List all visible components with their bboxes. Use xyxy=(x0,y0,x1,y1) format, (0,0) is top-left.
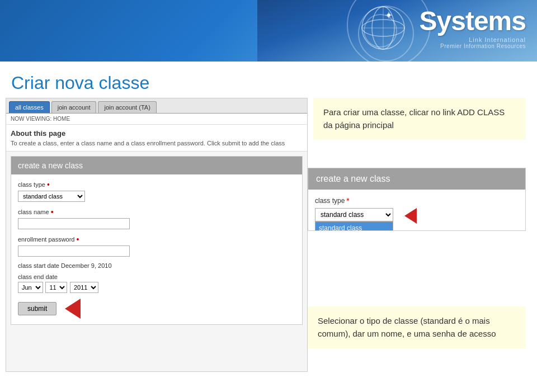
globe-icon xyxy=(358,3,408,55)
right-class-type-select[interactable]: standard class master class xyxy=(315,208,393,221)
about-text: To create a class, enter a class name an… xyxy=(11,140,303,147)
enrollment-label: enrollment password • xyxy=(18,235,295,244)
page-title: Criar nova classe xyxy=(11,73,149,93)
submit-row: submit xyxy=(18,299,295,319)
class-type-dropdown[interactable]: standard class master class standard cla… xyxy=(315,208,393,221)
required-indicator-2: • xyxy=(51,207,54,216)
end-date-label: class end date xyxy=(18,273,295,280)
class-type-row: class type • standard class master class xyxy=(18,180,295,202)
right-create-header: create a new class xyxy=(308,168,525,190)
class-type-label: class type • xyxy=(18,180,295,189)
premier-text: Premier Information Resources xyxy=(420,43,526,49)
left-browser-panel: all classes join account join account (T… xyxy=(6,98,308,372)
right-class-type-label: class type * xyxy=(315,196,519,205)
header-banner: Systems Link International Premier Infor… xyxy=(0,0,537,62)
submit-arrow-icon xyxy=(65,299,81,319)
right-form: class type * standard class master class… xyxy=(308,190,525,230)
link-intl-text: Link International xyxy=(420,36,526,43)
class-name-row: class name • xyxy=(18,207,295,229)
annotation-top: Para criar uma classe, clicar no link AD… xyxy=(313,98,526,140)
submit-button[interactable]: submit xyxy=(18,302,56,315)
enrollment-row: enrollment password • xyxy=(18,235,295,257)
right-dropdown-area: standard class master class standard cla… xyxy=(315,208,519,224)
start-date-row: class start date December 9, 2010 xyxy=(18,262,295,269)
annotation-bottom: Selecionar o tipo de classe (standard é … xyxy=(308,306,526,348)
annotation-top-text: Para criar uma classe, clicar no link AD… xyxy=(323,107,505,130)
end-year-select[interactable]: 20112012 xyxy=(70,282,98,293)
now-viewing-bar: NOW VIEWING: HOME xyxy=(6,114,307,125)
dropdown-option-standard[interactable]: standard class xyxy=(315,222,393,231)
end-month-select[interactable]: JunJanFeb xyxy=(18,282,43,293)
dropdown-list: standard class master class xyxy=(315,221,393,231)
end-date-selects: JunJanFeb 11 20112012 xyxy=(18,282,295,293)
form-area: class type • standard class master class… xyxy=(11,174,302,324)
class-type-select[interactable]: standard class master class xyxy=(18,191,85,202)
class-name-input[interactable] xyxy=(18,218,130,229)
tab-join-account-ta[interactable]: join account (TA) xyxy=(98,101,156,113)
end-date-row: class end date JunJanFeb 11 20112012 xyxy=(18,273,295,293)
tab-join-account[interactable]: join account xyxy=(51,101,97,113)
right-required-dot: * xyxy=(346,196,349,205)
tab-all-classes[interactable]: all classes xyxy=(9,101,50,113)
nav-tabs: all classes join account join account (T… xyxy=(6,98,307,114)
right-zoomed-panel: create a new class class type * standard… xyxy=(308,168,526,231)
end-day-select[interactable]: 11 xyxy=(45,282,67,293)
dropdown-arrow-icon xyxy=(404,208,417,224)
create-class-header: create a new class xyxy=(11,157,302,174)
create-class-panel: create a new class class type • standard… xyxy=(11,156,303,325)
class-name-label: class name • xyxy=(18,207,295,216)
systems-logo-text: Systems xyxy=(420,6,526,36)
annotation-bottom-text: Selecionar o tipo de classe (standard é … xyxy=(318,316,496,338)
about-section: About this page To create a class, enter… xyxy=(6,125,307,152)
systems-logo: Systems Link International Premier Infor… xyxy=(420,6,526,49)
enrollment-input[interactable] xyxy=(18,245,130,257)
about-title: About this page xyxy=(11,129,303,138)
required-indicator-3: • xyxy=(77,235,79,244)
required-indicator: • xyxy=(47,180,50,189)
